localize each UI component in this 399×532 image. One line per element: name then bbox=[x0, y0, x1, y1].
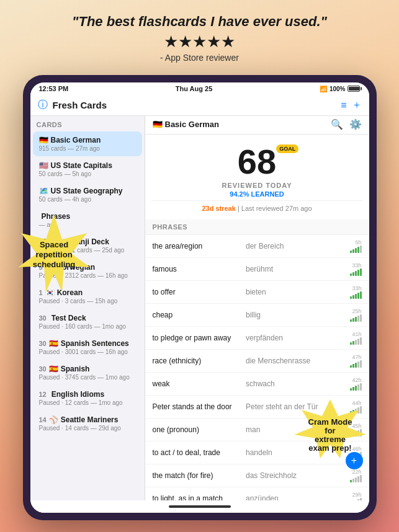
deck-item-meta: Paused · 3001 cards — 16h ago bbox=[39, 348, 136, 355]
sidebar-deck-item[interactable]: 🇩🇪 Basic German 915 cards — 27m ago bbox=[33, 131, 142, 156]
deck-label: Spanish bbox=[61, 365, 90, 373]
cram-label-2: for bbox=[325, 426, 335, 435]
card-row[interactable]: race (ethnicity) die Menschenrasse 47h bbox=[145, 350, 369, 373]
card-front: race (ethnicity) bbox=[153, 357, 246, 365]
card-bars bbox=[350, 384, 362, 391]
reviewed-count: 68 bbox=[238, 144, 276, 179]
card-front: to act / to deal, trade bbox=[153, 448, 246, 457]
card-meta: 22h bbox=[339, 469, 362, 482]
card-row[interactable]: to pledge or pawn away verpfänden 41h bbox=[145, 327, 369, 350]
card-bars bbox=[350, 316, 362, 322]
card-bars bbox=[350, 247, 362, 253]
repetition-label: repetition bbox=[35, 250, 72, 259]
card-time: 42h bbox=[352, 377, 361, 383]
card-bar bbox=[350, 342, 352, 345]
card-back: billig bbox=[246, 311, 339, 319]
home-indicator-bar bbox=[30, 500, 369, 513]
card-front: Peter stands at the door bbox=[153, 402, 246, 411]
deck-label: Spanish Sentences bbox=[61, 339, 129, 348]
card-bar bbox=[355, 340, 357, 345]
gear-icon[interactable]: ⚙️ bbox=[349, 118, 362, 130]
card-bar bbox=[355, 248, 357, 253]
card-meta: 33h bbox=[339, 262, 362, 276]
cram-label-1: Cram Mode bbox=[308, 417, 352, 427]
deck-item-name: 30 🇪🇸 Spanish bbox=[39, 365, 136, 373]
streak-bar: 23d streak | Last reviewed 27m ago bbox=[151, 200, 363, 215]
card-time: 41h bbox=[352, 331, 361, 337]
deck-name[interactable]: Basic German bbox=[165, 120, 219, 129]
card-bars bbox=[350, 270, 362, 276]
sidebar-deck-item[interactable]: 12 English Idioms Paused · 12 cards — 1m… bbox=[33, 386, 142, 410]
deck-title-area: 🇩🇪 Basic German bbox=[153, 120, 219, 129]
sidebar-deck-item[interactable]: 30 🇪🇸 Spanish Paused · 3745 cards — 1mo … bbox=[33, 360, 142, 385]
card-back: schwach bbox=[246, 379, 339, 388]
deck-label: US State Geography bbox=[51, 187, 123, 195]
card-bar bbox=[357, 293, 359, 299]
status-date: Thu Aug 25 bbox=[176, 85, 212, 92]
card-bars bbox=[350, 476, 362, 482]
info-icon[interactable]: ⓘ bbox=[38, 99, 48, 112]
card-bar bbox=[360, 383, 362, 391]
card-front: one (pronoun) bbox=[153, 425, 246, 434]
card-bar bbox=[360, 268, 362, 276]
card-meta: 25h bbox=[339, 308, 362, 322]
deck-item-name: 12 English Idioms bbox=[39, 390, 136, 399]
deck-item-name: 🗺️ US State Geography bbox=[39, 187, 136, 195]
card-bar bbox=[350, 388, 352, 391]
scheduling-label: scheduling bbox=[32, 260, 75, 269]
card-row[interactable]: to offer bieten 33h bbox=[145, 281, 369, 304]
reviewer-text: - App Store reviewer bbox=[19, 53, 380, 63]
deck-label: Seattle Mariners bbox=[61, 415, 119, 424]
last-reviewed: | Last reviewed 27m ago bbox=[238, 205, 312, 212]
card-row[interactable]: weak schwach 42h bbox=[145, 373, 369, 396]
deck-item-meta: Paused · 14 cards — 29d ago bbox=[39, 425, 136, 432]
app-header: ⓘ Fresh Cards ≡ ＋ bbox=[30, 95, 369, 116]
sidebar-deck-item[interactable]: 30 Test Deck Paused · 160 cards — 1mo ag… bbox=[33, 309, 142, 334]
card-bar bbox=[355, 363, 357, 368]
stats-section: 68 GOAL REVIEWED TODAY 94.2% LEARNED 23d… bbox=[145, 135, 369, 219]
card-row[interactable]: the match (for fire) das Streichholz 22h bbox=[145, 464, 369, 487]
card-row[interactable]: cheap billig 25h bbox=[145, 304, 369, 327]
app-title: Fresh Cards bbox=[53, 100, 336, 110]
card-meta: 29h bbox=[339, 492, 362, 500]
card-bar bbox=[355, 271, 357, 276]
add-icon[interactable]: ＋ bbox=[352, 99, 362, 112]
sidebar-deck-item[interactable]: 🗺️ US State Geography 50 cards — 4h ago bbox=[33, 182, 142, 207]
card-bars bbox=[350, 293, 362, 299]
deck-label: English Idioms bbox=[52, 390, 104, 399]
stars: ★★★★★ bbox=[19, 32, 380, 51]
card-bar bbox=[355, 477, 357, 482]
card-row[interactable]: to light, as in a match anzünden 29h bbox=[145, 487, 369, 500]
card-bar bbox=[357, 339, 359, 345]
deck-flag: 🇺🇸 bbox=[39, 161, 48, 170]
card-bar bbox=[350, 296, 352, 299]
deck-item-name: 🇺🇸 US State Capitals bbox=[39, 161, 136, 170]
card-bar bbox=[352, 341, 354, 345]
sidebar-header: Cards bbox=[30, 116, 145, 131]
deck-header: 🇩🇪 Basic German 🔍 ⚙️ bbox=[145, 116, 369, 135]
card-row[interactable]: the area/region der Bereich 5h bbox=[145, 235, 369, 258]
card-bar bbox=[350, 480, 352, 482]
sidebar-deck-item[interactable]: 🇺🇸 US State Capitals 50 cards — 5h ago bbox=[33, 157, 142, 182]
card-time: 33h bbox=[352, 285, 361, 291]
sidebar-deck-item[interactable]: 14 ⚾ Seattle Mariners Paused · 14 cards … bbox=[33, 411, 142, 436]
search-icon[interactable]: 🔍 bbox=[331, 118, 343, 130]
cram-mode-badge: Cram Mode for extreme exam prep! bbox=[285, 396, 375, 468]
card-bar bbox=[357, 499, 359, 500]
deck-header-icons: 🔍 ⚙️ bbox=[331, 118, 362, 130]
card-bar bbox=[352, 249, 354, 253]
cards-list-header: Phrases bbox=[145, 219, 369, 235]
sidebar-deck-item[interactable]: 30 🇪🇸 Spanish Sentences Paused · 3001 ca… bbox=[33, 335, 142, 360]
card-bar bbox=[360, 246, 362, 253]
deck-item-meta: Paused · 12 cards — 1mo ago bbox=[39, 399, 136, 406]
list-icon[interactable]: ≡ bbox=[341, 100, 346, 111]
card-meta: 42h bbox=[339, 377, 362, 391]
card-row[interactable]: famous berühmt 33h bbox=[145, 258, 369, 281]
deck-flag: 🇪🇸 bbox=[49, 339, 58, 348]
status-bar: 12:53 PM Thu Aug 25 📶 100% bbox=[30, 82, 369, 95]
wifi-icon: 📶 bbox=[320, 86, 327, 92]
card-bar bbox=[357, 247, 359, 253]
spaced-label: Spaced bbox=[39, 240, 68, 249]
battery-label: 100% bbox=[330, 86, 346, 92]
deck-item-name: 30 Test Deck bbox=[39, 314, 136, 322]
